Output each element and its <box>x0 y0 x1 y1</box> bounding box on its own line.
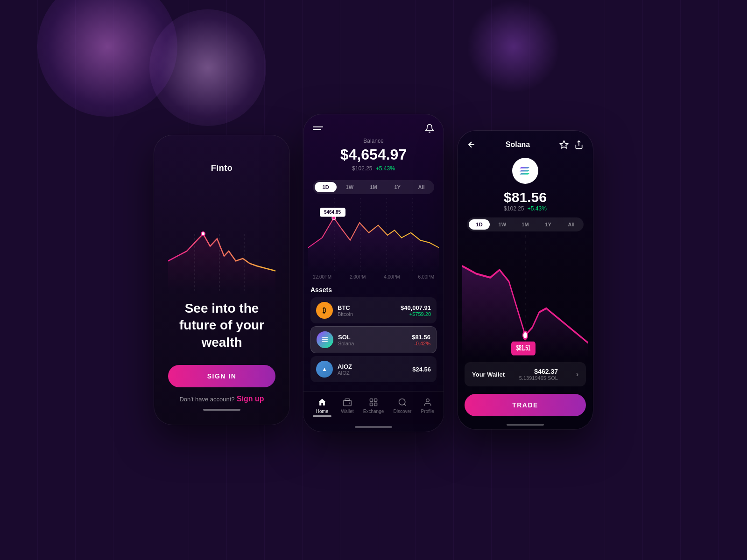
profile-icon <box>423 397 433 407</box>
btc-values: $40,007.91 +$759.20 <box>401 304 431 317</box>
balance-label: Balance <box>313 138 434 144</box>
svg-rect-13 <box>370 399 373 402</box>
phones-container: Finto <box>154 128 593 432</box>
home-icon <box>317 397 327 407</box>
signup-prompt: Don't have account? Sign up <box>179 395 264 403</box>
tf-1w[interactable]: 1W <box>338 182 360 192</box>
sol-tf-1y[interactable]: 1Y <box>538 219 559 230</box>
signin-chart <box>168 192 275 291</box>
sol-timeframe-selector: 1D 1W 1M 1Y All <box>467 217 584 231</box>
phone-solana-detail: Solana <box>458 131 593 429</box>
btc-name: Bitcoin <box>338 311 401 317</box>
svg-text:$464.85: $464.85 <box>324 210 341 215</box>
bottom-nav: Home Wallet <box>303 391 444 424</box>
sol-logo-container <box>458 158 593 184</box>
sol-tf-1m[interactable]: 1M <box>514 219 536 230</box>
nav-home[interactable]: Home <box>309 395 335 419</box>
tf-all[interactable]: All <box>410 182 432 192</box>
sol-price-change: $102.25 +5.43% <box>467 205 584 212</box>
wallet-sol: 5.13919465 SOL <box>519 375 558 381</box>
sol-current-price: $81.56 <box>467 189 584 205</box>
asset-item-sol[interactable]: SOL Solana $81.56 -0.42% <box>310 326 437 353</box>
sol-tf-all[interactable]: All <box>561 219 582 230</box>
sol-wallet-row[interactable]: Your Wallet $462.37 5.13919465 SOL › <box>465 362 586 386</box>
exchange-icon <box>368 397 379 407</box>
back-icon[interactable] <box>467 140 476 149</box>
sol-change: -0.42% <box>412 341 430 346</box>
time-label-4: 6:00PM <box>418 274 434 280</box>
phone-dashboard: Balance $4,654.97 $102.25 +5.43% 1D 1W 1… <box>303 114 444 432</box>
balance-amount: $4,654.97 <box>313 146 434 163</box>
solana-title: Solana <box>506 140 530 149</box>
aioz-values: $24.56 <box>412 366 431 373</box>
nav-home-label: Home <box>316 409 329 414</box>
app-logo: Finto <box>211 163 233 173</box>
tf-1y[interactable]: 1Y <box>387 182 409 192</box>
sol-info: SOL Solana <box>338 334 412 346</box>
nav-wallet-label: Wallet <box>341 409 353 414</box>
menu-icon[interactable] <box>313 126 323 130</box>
time-label-1: 12:00PM <box>313 274 331 280</box>
share-icon[interactable] <box>574 140 584 149</box>
notification-icon[interactable] <box>425 124 434 133</box>
balance-section: Balance $4,654.97 $102.25 +5.43% <box>303 138 444 176</box>
aioz-icon: ▲ <box>316 361 333 378</box>
sol-change-usd: $102.25 <box>504 205 524 212</box>
sol-change-pct: +5.43% <box>528 205 547 212</box>
svg-point-17 <box>399 399 405 405</box>
wallet-usd: $462.37 <box>519 368 558 375</box>
tf-1m[interactable]: 1M <box>362 182 384 192</box>
wallet-label: Your Wallet <box>472 371 505 378</box>
nav-discover-label: Discover <box>393 409 411 414</box>
signin-tagline: See into the future of your wealth <box>168 300 275 351</box>
btc-icon: ₿ <box>316 302 333 319</box>
timeframe-selector: 1D 1W 1M 1Y All <box>313 180 434 194</box>
tf-1d[interactable]: 1D <box>315 182 337 192</box>
balance-pct-change: +5.43% <box>376 165 395 172</box>
asset-item-btc[interactable]: ₿ BTC Bitcoin $40,007.91 +$759.20 <box>310 297 437 323</box>
nav-wallet[interactable]: Wallet <box>337 395 357 419</box>
svg-point-18 <box>426 399 429 402</box>
nav-discover[interactable]: Discover <box>389 395 415 419</box>
aioz-name: AIOZ <box>338 370 412 376</box>
aioz-info: AIOZ AIOZ <box>338 363 412 376</box>
home-indicator <box>203 409 240 411</box>
home-indicator-2 <box>355 426 392 428</box>
sol-price-section: $81.56 $102.25 +5.43% <box>458 188 593 214</box>
btc-info: BTC Bitcoin <box>338 304 401 317</box>
home-indicator-3 <box>507 424 544 426</box>
wallet-arrow-icon: › <box>576 370 578 378</box>
sol-symbol: SOL <box>338 334 412 341</box>
aioz-symbol: AIOZ <box>338 363 412 370</box>
btc-price: $40,007.91 <box>401 304 431 311</box>
signup-link[interactable]: Sign up <box>237 395 264 403</box>
wallet-icon <box>342 397 352 407</box>
trade-button[interactable]: TRADE <box>465 394 586 416</box>
solana-header: Solana <box>458 131 593 154</box>
solana-header-icons <box>559 140 584 149</box>
aioz-price: $24.56 <box>412 366 431 373</box>
svg-point-22 <box>523 331 528 339</box>
star-icon[interactable] <box>559 140 569 149</box>
btc-symbol: BTC <box>338 304 401 311</box>
sol-tf-1d[interactable]: 1D <box>469 219 490 230</box>
sol-values: $81.56 -0.42% <box>412 334 430 346</box>
sol-icon <box>317 331 333 348</box>
sol-name: Solana <box>338 341 412 346</box>
sol-logo-circle <box>512 158 538 184</box>
nav-profile[interactable]: Profile <box>417 395 438 419</box>
balance-usd-change: $102.25 <box>352 165 372 172</box>
nav-exchange-label: Exchange <box>363 409 384 414</box>
svg-marker-19 <box>560 141 568 148</box>
asset-item-aioz[interactable]: ▲ AIOZ AIOZ $24.56 <box>310 356 437 382</box>
dashboard-chart: $464.85 <box>303 198 444 273</box>
dashboard-header <box>303 114 444 138</box>
balance-change: $102.25 +5.43% <box>313 165 434 172</box>
sol-price: $81.56 <box>412 334 430 341</box>
svg-rect-15 <box>370 403 373 406</box>
signin-button[interactable]: SIGN IN <box>168 365 275 387</box>
nav-exchange[interactable]: Exchange <box>359 395 388 419</box>
sol-detail-chart: $81.51 <box>458 235 593 358</box>
sol-tf-1w[interactable]: 1W <box>492 219 513 230</box>
assets-title: Assets <box>310 286 437 294</box>
